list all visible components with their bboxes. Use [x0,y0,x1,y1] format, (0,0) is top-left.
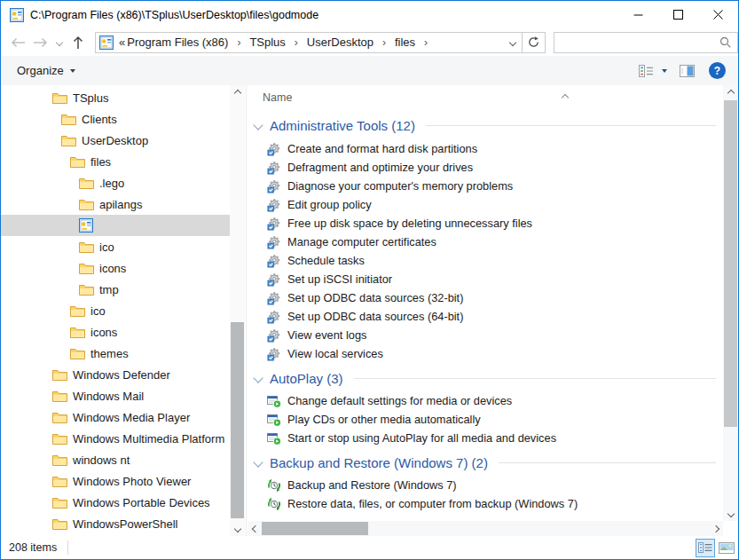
sort-ascending-icon[interactable] [562,88,568,104]
control-panel-item[interactable]: View event logs [248,326,723,344]
panel-divider[interactable] [246,85,247,536]
control-panel-item[interactable]: Schedule tasks [248,251,723,270]
autoplay-icon [267,413,281,427]
admin-tool-icon [267,310,281,324]
group-header[interactable]: Backup and Restore (Windows 7) (2) [248,451,723,474]
control-panel-item[interactable]: Restore data, files, or computer from ba… [248,494,723,513]
tree-scrollbar[interactable] [230,85,245,536]
control-panel-item[interactable]: Defragment and optimize your drives [248,158,723,177]
layout-button[interactable] [639,65,667,77]
control-panel-item[interactable]: Play CDs or other media automatically [248,410,723,429]
tree-item[interactable]: Clients [1,108,230,130]
search-icon[interactable] [719,36,731,48]
breadcrumb-overflow[interactable]: « [119,35,125,49]
close-button[interactable] [698,1,738,28]
control-panel-item[interactable]: Diagnose your computer's memory problems [248,177,723,195]
tree-item[interactable]: icons [1,257,230,279]
name-column-header[interactable]: Name [263,91,292,104]
tree-item[interactable]: files [1,151,230,172]
recent-locations-button[interactable] [52,32,67,53]
tree-item[interactable]: .lego [1,172,230,193]
forward-button[interactable] [29,32,52,53]
preview-pane-button[interactable] [680,65,695,77]
minimize-button[interactable] [618,1,658,28]
horizontal-scrollbar-thumb[interactable] [262,522,368,535]
breadcrumb-separator[interactable]: › [417,36,435,49]
folder-icon [79,263,94,274]
control-panel-item[interactable]: Backup and Restore (Windows 7) [248,476,723,494]
collapse-chevron-icon[interactable] [253,373,263,383]
breadcrumb-separator[interactable]: › [287,36,305,49]
admin-tool-icon [267,161,281,175]
scroll-down-button[interactable] [723,506,738,521]
tree-item[interactable]: UserDesktop [1,130,230,151]
collapse-chevron-icon[interactable] [253,457,263,467]
control-panel-item[interactable]: Manage computer certificates [248,233,723,251]
refresh-button[interactable] [522,32,546,53]
scroll-up-button[interactable] [230,85,245,100]
breadcrumb-item[interactable]: UserDesktop [305,35,375,49]
tree-item-label: Windows Media Player [73,411,190,424]
icons-view-button[interactable] [717,539,736,557]
tree-scrollbar-thumb[interactable] [231,322,244,518]
breadcrumb-separator[interactable]: › [230,36,248,49]
control-panel-item[interactable]: Change default settings for media or dev… [248,391,723,410]
breadcrumb-item[interactable]: files [393,35,417,49]
tree-item-label: Clients [82,113,117,126]
back-button[interactable] [6,32,29,53]
tree-item-label: ico [99,241,114,254]
tree-item[interactable]: WindowsPowerShell [1,513,230,534]
tree-item[interactable]: Windows Media Player [1,406,230,428]
breadcrumb-separator[interactable]: › [375,36,393,49]
control-panel-item[interactable]: Set up ODBC data sources (32-bit) [248,288,723,307]
tree-item-label: apilangs [99,198,142,211]
scroll-left-button[interactable] [248,521,263,536]
item-label: Play CDs or other media automatically [287,413,481,426]
tree-item[interactable]: Windows Photo Viewer [1,470,230,492]
up-button[interactable] [67,32,90,53]
tree-item-selected[interactable] [1,215,230,236]
main-vertical-scrollbar[interactable] [723,85,738,521]
scroll-right-button[interactable] [708,521,723,536]
organize-button[interactable]: Organize [17,64,75,77]
address-bar[interactable]: « Program Files (x86)›TSplus›UserDesktop… [95,32,523,53]
tree-item[interactable]: tmp [1,279,230,300]
tree-item[interactable]: Windows Multimedia Platform [1,428,230,449]
tree-item[interactable]: ico [1,300,230,321]
tree-item[interactable]: themes [1,343,230,364]
details-view-button[interactable] [696,539,715,557]
window-title: C:\Program Files (x86)\TSplus\UserDeskto… [30,9,318,21]
tree-item[interactable]: ico [1,236,230,257]
collapse-chevron-icon[interactable] [253,120,263,130]
search-input[interactable] [560,34,719,51]
control-panel-item[interactable]: Start or stop using AutoPlay for all med… [248,429,723,447]
tree-item[interactable]: TSplus [1,87,230,108]
tree-item[interactable]: Windows Mail [1,385,230,406]
address-dropdown-button[interactable] [510,40,515,45]
tree-item[interactable]: Windows Defender [1,364,230,385]
tree-item[interactable]: windows nt [1,449,230,470]
tree-item[interactable]: apilangs [1,193,230,215]
minimize-icon [633,10,643,20]
breadcrumb-item[interactable]: Program Files (x86) [125,35,230,49]
main-scrollbar-thumb[interactable] [724,100,737,427]
control-panel-item[interactable]: View local services [248,344,723,363]
command-bar: Organize [1,56,738,86]
control-panel-item[interactable]: Set up ODBC data sources (64-bit) [248,307,723,326]
control-panel-item[interactable]: Free up disk space by deleting unnecessa… [248,214,723,233]
tree-item[interactable]: icons [1,321,230,343]
tree-item-label: icons [99,262,126,275]
maximize-button[interactable] [658,1,698,28]
main-horizontal-scrollbar[interactable] [248,521,723,536]
help-button[interactable]: ? [709,62,726,79]
group-header[interactable]: AutoPlay (3) [248,367,723,390]
scroll-down-button[interactable] [230,521,245,536]
breadcrumb-item[interactable]: TSplus [248,35,287,49]
group-header[interactable]: Administrative Tools (12) [248,114,723,137]
scroll-up-button[interactable] [723,85,738,100]
control-panel-item[interactable]: Edit group policy [248,195,723,214]
control-panel-item[interactable]: Create and format hard disk partitions [248,139,723,158]
control-panel-item[interactable]: Set up iSCSI initiator [248,270,723,288]
tree-item[interactable]: Windows Portable Devices [1,492,230,513]
search-box [554,32,738,53]
